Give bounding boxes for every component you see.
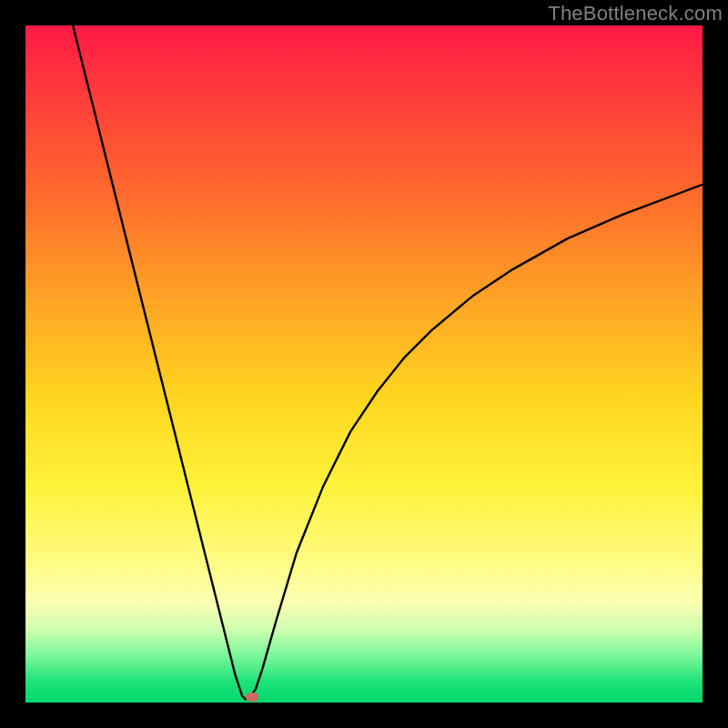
optimum-marker [246, 693, 258, 702]
plot-area [25, 25, 703, 703]
chart-frame: TheBottleneck.com [0, 0, 728, 728]
watermark-text: TheBottleneck.com [548, 2, 723, 25]
bottleneck-curve [25, 25, 703, 703]
